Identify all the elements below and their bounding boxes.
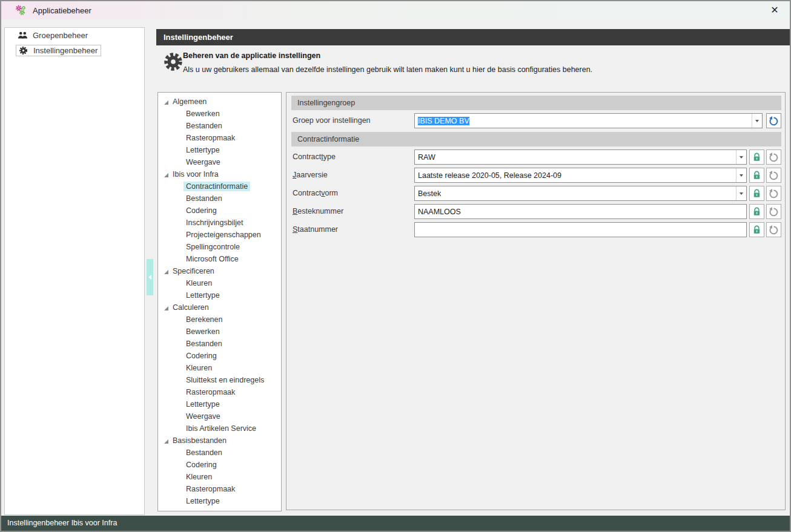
tree-item-codering[interactable]: Codering bbox=[158, 350, 281, 363]
form-row-contracttype: ContracttypeRAW bbox=[286, 149, 785, 165]
app-logo-gears-icon bbox=[15, 4, 27, 16]
tree-item-label: Weergave bbox=[184, 157, 223, 167]
tree-expander-icon[interactable] bbox=[164, 173, 168, 177]
tree-item-bestanden[interactable]: Bestanden bbox=[158, 338, 281, 350]
jaarversie-combobox[interactable]: Laatste release 2020-05, Release 2024-09 bbox=[414, 168, 747, 183]
sidebar-item-label: Instellingenbeheer bbox=[33, 46, 98, 55]
tree-expander-icon[interactable] bbox=[164, 100, 168, 105]
tree-item-inschrijvingsbiljet[interactable]: Inschrijvingsbiljet bbox=[158, 217, 281, 229]
window-title: Applicatiebeheer bbox=[33, 6, 91, 15]
tree-item-label: Berekenen bbox=[184, 315, 225, 324]
form-row-staatnummer: Staatnummer bbox=[286, 222, 785, 237]
tree-item-bewerken[interactable]: Bewerken bbox=[158, 108, 281, 120]
tree-item-label: Codering bbox=[184, 351, 219, 361]
tree-item-label: Ibis voor Infra bbox=[170, 169, 221, 179]
tree-item-weergave[interactable]: Weergave bbox=[158, 157, 281, 169]
tree-item-lettertype[interactable]: Lettertype bbox=[158, 496, 281, 508]
tree-item-bestanden[interactable]: Bestanden bbox=[158, 193, 281, 205]
tree-expander-icon[interactable] bbox=[164, 270, 168, 274]
tree-item-label: Calculeren bbox=[170, 303, 211, 312]
tree-item-codering[interactable]: Codering bbox=[158, 459, 281, 471]
form-row-besteknummer: BesteknummerNAAMLOOS bbox=[286, 204, 785, 219]
tree-item-bestanden[interactable]: Bestanden bbox=[158, 120, 281, 133]
tree-item-berekenen[interactable]: Berekenen bbox=[158, 314, 281, 326]
combo-dropdown-button[interactable] bbox=[736, 168, 746, 182]
contractvorm-combobox[interactable]: Bestek bbox=[414, 186, 747, 201]
tree-item-kleuren[interactable]: Kleuren bbox=[158, 363, 281, 375]
tree-item-projecteigenschappen[interactable]: Projecteigenschappen bbox=[158, 229, 281, 241]
sidebar-item-instellingenbeheer[interactable]: Instellingenbeheer bbox=[16, 45, 101, 56]
combo-dropdown-button[interactable] bbox=[736, 186, 746, 200]
undo-button[interactable] bbox=[766, 204, 781, 219]
tree-item-weergave[interactable]: Weergave bbox=[158, 411, 281, 423]
close-button[interactable]: ✕ bbox=[766, 2, 784, 18]
tree-item-spellingcontrole[interactable]: Spellingcontrole bbox=[158, 241, 281, 254]
tree-item-rasteropmaak[interactable]: Rasteropmaak bbox=[158, 387, 281, 399]
tree-item-contractinformatie[interactable]: Contractinformatie bbox=[158, 181, 281, 193]
tree-item-label: Kleuren bbox=[184, 472, 214, 482]
tree-item-rasteropmaak[interactable]: Rasteropmaak bbox=[158, 484, 281, 496]
tree-item-kleuren[interactable]: Kleuren bbox=[158, 471, 281, 484]
contracttype-combobox[interactable]: RAW bbox=[414, 149, 747, 165]
undo-button[interactable] bbox=[766, 113, 781, 128]
undo-button[interactable] bbox=[766, 149, 781, 165]
tree-item-label: Bestanden bbox=[184, 194, 225, 203]
settings-form: InstellingengroepGroep voor instellingen… bbox=[286, 92, 786, 510]
field-value: Bestek bbox=[415, 189, 441, 198]
tree-item-label: Projecteigenschappen bbox=[184, 230, 263, 240]
tree-item-calculeren[interactable]: Calculeren bbox=[158, 302, 281, 314]
besteknummer-input[interactable]: NAAMLOOS bbox=[414, 204, 747, 219]
tree-item-lettertype[interactable]: Lettertype bbox=[158, 399, 281, 411]
groep-voor-instellingen-combobox[interactable]: IBIS DEMO BV bbox=[414, 113, 763, 128]
tree-item-basisbestanden[interactable]: Basisbestanden bbox=[158, 435, 281, 447]
chevron-down-icon bbox=[740, 156, 743, 159]
tree-item-label: Bestanden bbox=[184, 339, 225, 349]
undo-icon bbox=[769, 206, 779, 217]
form-section-header: Instellingengroep bbox=[291, 96, 781, 110]
settings-tree: AlgemeenBewerkenBestandenRasteropmaakLet… bbox=[157, 92, 282, 511]
tree-item-specificeren[interactable]: Specificeren bbox=[158, 266, 281, 278]
undo-button[interactable] bbox=[766, 186, 781, 201]
tree-item-microsoft-office[interactable]: Microsoft Office bbox=[158, 254, 281, 266]
tree-item-bewerken[interactable]: Bewerken bbox=[158, 326, 281, 338]
tree-item-rasteropmaak[interactable]: Rasteropmaak bbox=[158, 133, 281, 145]
tree-item-ibis-artikelen-service[interactable]: Ibis Artikelen Service bbox=[158, 423, 281, 435]
chevron-down-icon bbox=[755, 120, 759, 122]
lock-button[interactable] bbox=[749, 222, 764, 237]
splitter-grip[interactable] bbox=[147, 259, 153, 295]
tree-expander-icon[interactable] bbox=[164, 306, 168, 310]
lock-button[interactable] bbox=[749, 168, 764, 183]
undo-button[interactable] bbox=[766, 222, 781, 237]
tree-item-label: Microsoft Office bbox=[184, 254, 241, 264]
combo-dropdown-button[interactable] bbox=[736, 150, 746, 164]
form-section-title: Instellingengroep bbox=[297, 99, 355, 107]
tree-item-label: Sluittekst en eindregels bbox=[184, 375, 266, 385]
tree-item-bestanden[interactable]: Bestanden bbox=[158, 447, 281, 459]
tree-item-algemeen[interactable]: Algemeen bbox=[158, 96, 281, 108]
tree-item-codering[interactable]: Codering bbox=[158, 205, 281, 217]
tree-item-kleuren[interactable]: Kleuren bbox=[158, 278, 281, 290]
statusbar: Instellingenbeheer Ibis voor Infra bbox=[1, 516, 790, 531]
staatnummer-input[interactable] bbox=[414, 222, 747, 237]
lock-icon bbox=[752, 152, 762, 162]
sidebar-item-label: Groepenbeheer bbox=[33, 31, 88, 40]
tree-expander-icon[interactable] bbox=[164, 439, 168, 444]
undo-button[interactable] bbox=[766, 168, 781, 183]
tree-item-lettertype[interactable]: Lettertype bbox=[158, 145, 281, 157]
main-panel-title-text: Instellingenbeheer bbox=[164, 33, 233, 42]
field-value: NAAMLOOS bbox=[415, 208, 461, 216]
lock-button[interactable] bbox=[749, 149, 764, 165]
tree-item-sluittekst-en-eindregels[interactable]: Sluittekst en eindregels bbox=[158, 375, 281, 387]
tree-item-ibis-voor-infra[interactable]: Ibis voor Infra bbox=[158, 169, 281, 181]
tree-item-label: Bestanden bbox=[184, 121, 225, 131]
tree-item-lettertype[interactable]: Lettertype bbox=[158, 290, 281, 302]
sidebar-item-groepenbeheer[interactable]: Groepenbeheer bbox=[16, 30, 91, 41]
gear-icon bbox=[18, 46, 28, 55]
tree-item-label: Bestanden bbox=[184, 448, 225, 458]
main-panel-title: Instellingenbeheer bbox=[156, 29, 790, 45]
lock-button[interactable] bbox=[749, 204, 764, 219]
lock-button[interactable] bbox=[749, 186, 764, 201]
field-label: Contractvorm bbox=[293, 186, 338, 201]
combo-dropdown-button[interactable] bbox=[752, 114, 762, 128]
tree-item-label: Spellingcontrole bbox=[184, 242, 242, 252]
